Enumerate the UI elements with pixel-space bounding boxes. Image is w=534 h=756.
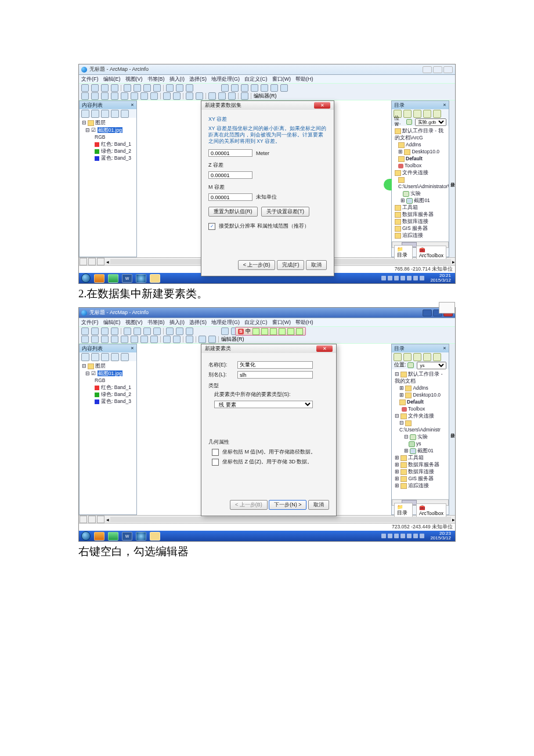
editor-dropdown[interactable]: 编辑器(R) xyxy=(221,336,244,343)
menu-edit[interactable]: 编辑(E) xyxy=(103,75,121,83)
ime-icon[interactable] xyxy=(261,328,268,335)
toc-mode-icon[interactable] xyxy=(91,353,99,361)
add-icon[interactable] xyxy=(186,84,193,92)
cat-item[interactable]: Toolbox xyxy=(408,406,425,412)
python-icon[interactable] xyxy=(270,84,278,92)
cat-item[interactable]: AddIns xyxy=(406,142,421,147)
select-icon[interactable] xyxy=(163,92,171,100)
misc-icon[interactable] xyxy=(231,84,239,92)
side-tab-catalog[interactable]: 目录 xyxy=(449,100,455,257)
copy-icon[interactable] xyxy=(134,84,141,92)
feature-type-select[interactable]: 线 要素 xyxy=(214,401,313,408)
editor-dropdown[interactable]: 编辑器(R) xyxy=(254,92,277,100)
fixed-icon[interactable] xyxy=(121,336,128,343)
time-icon[interactable] xyxy=(241,92,248,100)
zoomin-icon[interactable] xyxy=(81,92,89,100)
menu-bookmark[interactable]: 书签(B) xyxy=(147,75,165,83)
delete-icon[interactable] xyxy=(153,327,161,335)
cat-home-icon[interactable] xyxy=(413,110,421,118)
ime-s-icon[interactable]: S xyxy=(238,329,244,334)
back-icon[interactable] xyxy=(140,92,148,100)
taskbar-arcmap-icon[interactable] xyxy=(136,532,146,541)
cat-item[interactable]: 追踪连接 xyxy=(402,232,423,238)
redo-icon[interactable] xyxy=(176,84,183,92)
toc-pin-close[interactable]: ✕ xyxy=(131,346,134,351)
find-icon[interactable] xyxy=(208,336,216,343)
xy-value-input[interactable] xyxy=(208,149,252,157)
fixed-icon[interactable] xyxy=(131,92,138,100)
cancel-button[interactable]: 取消 xyxy=(306,260,327,270)
misc-icon[interactable] xyxy=(221,327,229,335)
fwd-icon[interactable] xyxy=(150,336,158,343)
toc-mode-icon[interactable] xyxy=(121,110,129,118)
reset-button[interactable]: 重置为默认值(R) xyxy=(208,207,258,217)
menu-insert[interactable]: 插入(I) xyxy=(169,319,185,326)
menu-view[interactable]: 视图(V) xyxy=(125,75,143,83)
rgb-node[interactable]: RGB xyxy=(95,134,134,141)
zoomout-icon[interactable] xyxy=(91,92,99,100)
menu-select[interactable]: 选择(S) xyxy=(189,75,207,83)
tray-icons[interactable] xyxy=(381,276,424,280)
open-icon[interactable] xyxy=(91,327,99,335)
identify-icon[interactable] xyxy=(186,336,193,343)
map-hscroll-2[interactable]: ◂ ▸ xyxy=(79,515,455,523)
close-button[interactable] xyxy=(443,66,453,73)
help-icon[interactable] xyxy=(280,84,288,92)
cat-item[interactable]: C:\Users\Administr xyxy=(399,427,441,433)
cat-item[interactable]: 工具箱 xyxy=(402,204,418,210)
about-tolerance-button[interactable]: 关于设置容差(T) xyxy=(261,207,310,217)
redo-icon[interactable] xyxy=(176,327,183,335)
location-select-2[interactable]: ys xyxy=(417,362,446,369)
cat-item[interactable]: ys xyxy=(416,441,421,447)
fixed-icon[interactable] xyxy=(121,92,128,100)
taskbar-word-icon[interactable]: W xyxy=(122,274,132,283)
menu-file[interactable]: 文件(F) xyxy=(81,75,99,83)
ime-zh-icon[interactable]: 中 xyxy=(246,327,251,335)
search-icon[interactable] xyxy=(261,84,268,92)
cut-icon[interactable] xyxy=(124,327,131,335)
cat-item[interactable]: 数据库连接 xyxy=(402,218,428,224)
m-value-input[interactable] xyxy=(208,193,252,201)
pan-icon[interactable] xyxy=(101,336,109,343)
menu-file[interactable]: 文件(F) xyxy=(81,319,99,326)
menu-help[interactable]: 帮助(H) xyxy=(295,75,313,83)
cat-item[interactable]: 追踪连接 xyxy=(408,483,429,488)
ime-toolbar[interactable]: S 中 xyxy=(235,327,306,336)
catalog-pin-close[interactable]: ✕ xyxy=(443,103,446,107)
rgb-node[interactable]: RGB xyxy=(95,377,134,384)
cat-item[interactable]: Default xyxy=(407,399,424,405)
full-icon[interactable] xyxy=(111,92,118,100)
taskbar-word-icon[interactable]: W xyxy=(122,532,132,541)
cat-item[interactable]: AddIns xyxy=(413,385,428,391)
select-elem-icon[interactable] xyxy=(186,92,193,100)
toc-mode-icon[interactable] xyxy=(91,110,99,118)
toc-mode-icon[interactable] xyxy=(81,110,89,118)
menu-insert[interactable]: 插入(I) xyxy=(169,75,185,83)
menu-view[interactable]: 视图(V) xyxy=(125,319,143,326)
catalog-pin-close[interactable]: ✕ xyxy=(443,346,446,351)
back-button[interactable]: < 上一步(B) xyxy=(238,260,276,270)
menu-geoprocessing[interactable]: 地理处理(G) xyxy=(211,319,240,326)
cat-nav-icon[interactable] xyxy=(403,353,412,361)
cat-item[interactable]: 数据库服务器 xyxy=(408,462,439,467)
menu-customize[interactable]: 自定义(C) xyxy=(244,319,268,326)
layers-root[interactable]: 图层 xyxy=(95,363,106,369)
z-value-input[interactable] xyxy=(208,171,252,179)
refresh-icon[interactable] xyxy=(97,258,104,265)
cat-item[interactable]: C:\Users\Administrator\D xyxy=(398,183,449,189)
zoomout-icon[interactable] xyxy=(91,336,99,343)
menu-customize[interactable]: 自定义(C) xyxy=(244,75,268,83)
layout-view-icon[interactable] xyxy=(80,516,87,523)
cat-item[interactable]: 实验 xyxy=(410,190,421,196)
toolbox-icon[interactable] xyxy=(251,84,258,92)
zoomin-icon[interactable] xyxy=(81,336,89,343)
undo-icon[interactable] xyxy=(166,84,174,92)
print-icon[interactable] xyxy=(111,327,118,335)
tab-catalog[interactable]: 📁 目录 xyxy=(394,503,413,518)
clear-icon[interactable] xyxy=(173,92,181,100)
refresh-icon[interactable] xyxy=(97,516,104,523)
alias-input[interactable] xyxy=(237,371,313,379)
toc-mode-icon[interactable] xyxy=(111,110,119,118)
tab-arctoolbox[interactable]: 🧰 ArcToolbox xyxy=(416,246,446,260)
side-widget-icon[interactable] xyxy=(384,179,392,190)
